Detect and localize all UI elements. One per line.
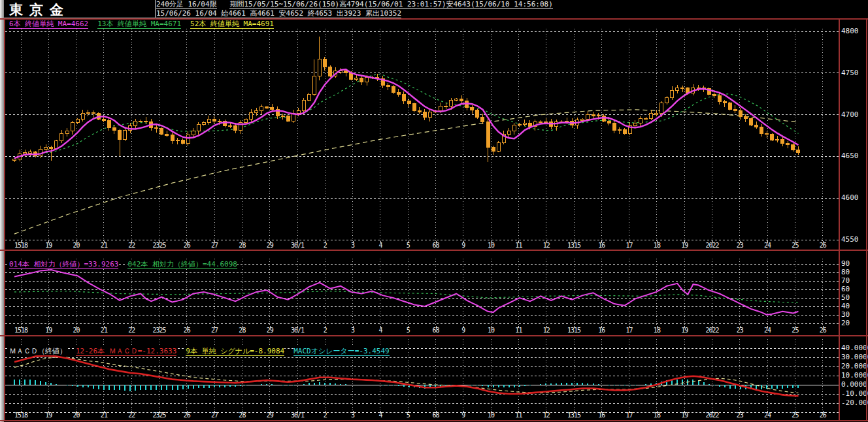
date-label: 29 — [259, 327, 281, 334]
date-label: 20 — [65, 412, 88, 419]
rsi-legend-item-1: 042本 相対力（終値）=44.6098 — [127, 260, 237, 269]
date-label: 1518 — [10, 242, 32, 249]
date-label: 20 — [65, 327, 88, 334]
date-label: 17 — [618, 412, 641, 419]
date-label: 19 — [37, 327, 59, 334]
axis-tick-label: 4600 — [841, 194, 868, 202]
date-label: 3 — [342, 412, 364, 419]
rsi-legend-item-0: 014本 相対力（終値）=33.9263 — [9, 260, 118, 269]
panel-divider-1 — [0, 250, 868, 251]
date-label: 3 — [342, 242, 364, 249]
date-label: 16 — [590, 242, 612, 249]
date-label: 25 — [784, 242, 806, 249]
session-ohlc-label: 15/06/26 16/04 始4661 高4661 安4652 終4653 出… — [156, 9, 401, 18]
date-label: 11 — [507, 412, 529, 419]
ma-legend: 6本 終値単純 MA=466213本 終値単純 MA=467152本 終値単純 … — [9, 20, 283, 28]
date-label: 4 — [369, 327, 392, 334]
chart-info-line2: 15/06/26 16/04 始4661 高4661 安4652 終4653 出… — [156, 9, 868, 18]
date-label: 18 — [646, 412, 668, 419]
date-label: 19 — [673, 412, 695, 419]
date-label: 28 — [231, 327, 253, 334]
date-label: 28 — [231, 412, 253, 419]
date-label: 2022 — [701, 327, 724, 334]
ma-legend-item-2: 52本 終値単純 MA=4691 — [190, 20, 274, 29]
date-label: 26 — [176, 327, 198, 334]
macd-legend-item-1: 12-26本 ＭＡＣＤ=-12.3633 — [76, 347, 176, 356]
date-label: 17 — [618, 327, 641, 334]
date-label: 11 — [507, 242, 529, 249]
date-label: 30/1 — [286, 412, 309, 419]
date-label: 4 — [369, 412, 392, 419]
axis-tick-label: 90 — [841, 260, 868, 268]
date-label: 29 — [259, 242, 281, 249]
axis-tick-label: 20 — [841, 319, 868, 327]
date-label: 29 — [259, 412, 281, 419]
ma-legend-item-1: 13本 終値単純 MA=4671 — [97, 20, 181, 29]
axis-tick-label: 0.0000 — [841, 381, 868, 389]
date-label: 18 — [646, 242, 668, 249]
window-frame-right — [866, 18, 867, 421]
date-label: 4 — [369, 242, 392, 249]
axis-tick-label: 4550 — [841, 236, 868, 244]
title-box: 東京金 — [4, 0, 156, 18]
date-axis-main: 15181920212223252627282930/1234568910111… — [5, 241, 839, 250]
axis-tick-label: 30.0000 — [841, 353, 868, 361]
date-label: 21 — [93, 412, 115, 419]
date-label: 19 — [673, 242, 695, 249]
date-label: 2325 — [148, 327, 171, 334]
panel-divider-2 — [0, 335, 868, 336]
date-label: 2 — [314, 242, 336, 249]
axis-tick-label: 30 — [841, 311, 868, 319]
macd-legend-item-3: MACDオシレーター=-3.4549 — [293, 347, 390, 356]
date-label: 2325 — [148, 242, 171, 249]
axis-tick-label: 60 — [841, 285, 868, 293]
date-label: 10 — [480, 242, 502, 249]
date-label: 26 — [176, 412, 198, 419]
date-label: 27 — [203, 412, 225, 419]
axis-tick-label: 10.0000 — [841, 372, 868, 380]
axis-tick-label: 80 — [841, 268, 868, 276]
axis-tick-label: -10.0000 — [841, 390, 868, 398]
axis-tick-label: 4650 — [841, 152, 868, 160]
date-label: 11 — [507, 327, 529, 334]
date-label: 19 — [37, 242, 59, 249]
bottom-divider — [0, 420, 868, 421]
axis-tick-label: 4750 — [841, 69, 868, 77]
date-axis-rsi: 15181920212223252627282930/1234568910111… — [5, 326, 839, 334]
date-label: 9 — [452, 412, 475, 419]
date-label: 68 — [425, 242, 447, 249]
date-label: 23 — [729, 242, 751, 249]
axis-tick-label: 50 — [841, 294, 868, 302]
date-label: 5 — [397, 242, 419, 249]
date-label: 2022 — [701, 242, 724, 249]
macd-legend-item-0: ＭＡＣＤ（終値） — [9, 347, 67, 355]
date-label: 1518 — [10, 327, 32, 334]
date-label: 26 — [812, 412, 834, 419]
date-label: 1315 — [563, 412, 585, 419]
date-label: 10 — [480, 327, 502, 334]
date-label: 1315 — [563, 327, 585, 334]
chart-app: { "header": { "title": "東京金", "timeframe… — [0, 0, 868, 422]
date-label: 16 — [590, 327, 612, 334]
date-label: 3 — [342, 327, 364, 334]
axis-tick-label: -20.0000 — [841, 399, 868, 407]
date-label: 12 — [535, 242, 558, 249]
date-label: 26 — [176, 242, 198, 249]
date-label: 2 — [314, 412, 336, 419]
candlestick-chart[interactable] — [5, 29, 839, 241]
date-label: 68 — [425, 412, 447, 419]
date-label: 1518 — [10, 412, 32, 419]
ma-legend-item-0: 6本 終値単純 MA=4662 — [9, 20, 88, 29]
date-label: 23 — [729, 327, 751, 334]
date-label: 30/1 — [286, 327, 309, 334]
axis-tick-label: 40 — [841, 302, 868, 310]
macd-legend-item-2: 9本 単純 シグナル=-8.9084 — [186, 347, 284, 356]
date-label: 18 — [646, 327, 668, 334]
timeframe-contract-label: 240分足 16/04限 — [156, 0, 217, 9]
macd-legend: ＭＡＣＤ（終値）12-26本 ＭＡＣＤ=-12.36339本 単純 シグナル=-… — [9, 347, 399, 355]
chart-info-line1: 240分足 16/04限 期間15/05/15~15/06/26(150)高47… — [156, 0, 868, 8]
date-label: 20 — [65, 242, 88, 249]
axis-tick-label: 20.0000 — [841, 363, 868, 370]
date-label: 10 — [480, 412, 502, 419]
date-label: 2 — [314, 327, 336, 334]
